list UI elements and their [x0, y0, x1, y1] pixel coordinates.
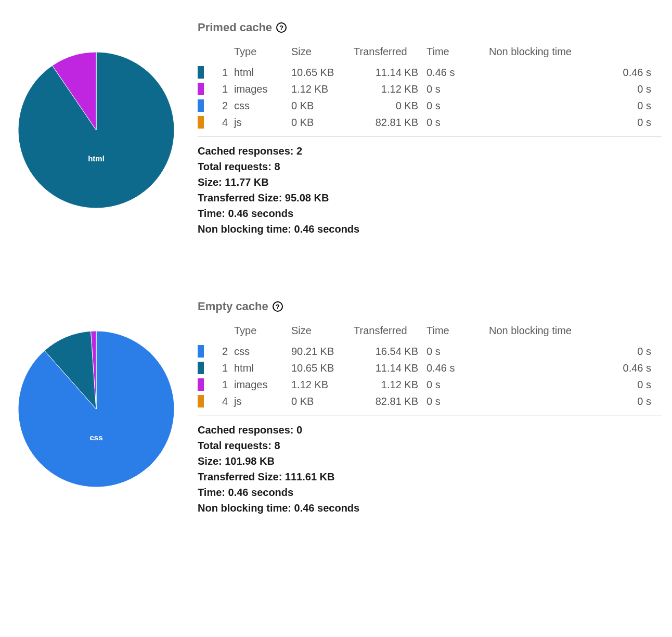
- summary-size: Size: 101.98 KB: [198, 454, 662, 468]
- color-swatch: [198, 66, 204, 79]
- section-title: Empty cache ?: [198, 300, 662, 313]
- row-count: 2: [209, 97, 230, 114]
- th-time: Time: [422, 323, 485, 343]
- row-transferred: 1.12 KB: [350, 376, 422, 393]
- row-size: 0 KB: [287, 393, 350, 415]
- row-nonblocking: 0.46 s: [485, 64, 662, 81]
- row-nonblocking: 0 s: [485, 343, 662, 360]
- row-size: 0 KB: [287, 114, 350, 136]
- color-swatch: [198, 99, 204, 112]
- row-size: 10.65 KB: [287, 360, 350, 376]
- row-time: 0 s: [422, 376, 485, 393]
- row-count: 1: [209, 376, 230, 393]
- th-type: Type: [230, 44, 287, 64]
- color-swatch: [198, 345, 204, 358]
- cache-section: css Empty cache ? Type Size Transferred …: [10, 300, 662, 516]
- summary-cached: Cached responses: 0: [198, 423, 662, 437]
- row-time: 0 s: [422, 343, 485, 360]
- row-size: 10.65 KB: [287, 64, 350, 81]
- summary-transferred: Transferred Size: 95.08 KB: [198, 190, 662, 205]
- row-transferred: 82.81 KB: [350, 114, 422, 136]
- row-size: 0 KB: [287, 97, 350, 114]
- section-title-text: Primed cache: [198, 21, 272, 34]
- help-icon[interactable]: ?: [273, 301, 283, 312]
- pie-container: html: [10, 21, 182, 213]
- color-swatch: [198, 395, 204, 407]
- svg-text:css: css: [89, 433, 102, 442]
- row-count: 1: [209, 64, 230, 81]
- row-time: 0 s: [422, 97, 485, 114]
- row-nonblocking: 0 s: [485, 376, 662, 393]
- color-swatch: [198, 116, 204, 129]
- row-nonblocking: 0 s: [485, 114, 662, 136]
- pie-chart: css: [13, 326, 179, 492]
- section-title-text: Empty cache: [198, 300, 268, 313]
- color-swatch: [198, 378, 204, 391]
- divider: [198, 136, 662, 136]
- row-nonblocking: 0 s: [485, 81, 662, 97]
- color-swatch: [198, 362, 204, 374]
- row-nonblocking: 0 s: [485, 393, 662, 415]
- row-time: 0 s: [422, 81, 485, 97]
- row-transferred: 16.54 KB: [350, 343, 422, 360]
- summary-total: Total requests: 8: [198, 438, 662, 453]
- pie-chart: html: [13, 47, 179, 213]
- table-row: 2 css 0 KB 0 KB 0 s 0 s: [198, 97, 662, 114]
- resource-table: Type Size Transferred Time Non blocking …: [198, 323, 662, 415]
- summary-nonblocking: Non blocking time: 0.46 seconds: [198, 222, 662, 236]
- th-nonblocking: Non blocking time: [485, 44, 662, 64]
- summary-total: Total requests: 8: [198, 159, 662, 174]
- row-type: css: [230, 343, 287, 360]
- cache-section: html Primed cache ? Type Size Transferre…: [10, 21, 662, 237]
- summary-cached: Cached responses: 2: [198, 144, 662, 158]
- summary-size: Size: 11.77 KB: [198, 175, 662, 189]
- summary-time: Time: 0.46 seconds: [198, 485, 662, 500]
- table-row: 1 images 1.12 KB 1.12 KB 0 s 0 s: [198, 376, 662, 393]
- row-transferred: 0 KB: [350, 97, 422, 114]
- row-type: js: [230, 114, 287, 136]
- row-transferred: 1.12 KB: [350, 81, 422, 97]
- th-size: Size: [287, 323, 350, 343]
- row-time: 0.46 s: [422, 64, 485, 81]
- row-transferred: 11.14 KB: [350, 360, 422, 376]
- row-type: images: [230, 376, 287, 393]
- th-type: Type: [230, 323, 287, 343]
- row-transferred: 11.14 KB: [350, 64, 422, 81]
- table-row: 2 css 90.21 KB 16.54 KB 0 s 0 s: [198, 343, 662, 360]
- row-count: 2: [209, 343, 230, 360]
- details-pane: Primed cache ? Type Size Transferred Tim…: [198, 21, 662, 237]
- summary-nonblocking: Non blocking time: 0.46 seconds: [198, 501, 662, 515]
- details-pane: Empty cache ? Type Size Transferred Time…: [198, 300, 662, 516]
- row-time: 0.46 s: [422, 360, 485, 376]
- table-row: 4 js 0 KB 82.81 KB 0 s 0 s: [198, 393, 662, 415]
- th-size: Size: [287, 44, 350, 64]
- row-transferred: 82.81 KB: [350, 393, 422, 415]
- row-type: css: [230, 97, 287, 114]
- row-type: js: [230, 393, 287, 415]
- table-row: 1 images 1.12 KB 1.12 KB 0 s 0 s: [198, 81, 662, 97]
- row-count: 4: [209, 393, 230, 415]
- row-size: 90.21 KB: [287, 343, 350, 360]
- svg-text:html: html: [88, 154, 105, 163]
- summary: Cached responses: 2 Total requests: 8 Si…: [198, 144, 662, 236]
- resource-table: Type Size Transferred Time Non blocking …: [198, 44, 662, 136]
- table-row: 4 js 0 KB 82.81 KB 0 s 0 s: [198, 114, 662, 136]
- row-type: html: [230, 64, 287, 81]
- row-count: 1: [209, 81, 230, 97]
- help-icon[interactable]: ?: [276, 22, 287, 33]
- divider: [198, 415, 662, 415]
- row-nonblocking: 0.46 s: [485, 360, 662, 376]
- row-time: 0 s: [422, 393, 485, 415]
- color-swatch: [198, 83, 204, 95]
- table-row: 1 html 10.65 KB 11.14 KB 0.46 s 0.46 s: [198, 64, 662, 81]
- row-size: 1.12 KB: [287, 376, 350, 393]
- th-time: Time: [422, 44, 485, 64]
- table-row: 1 html 10.65 KB 11.14 KB 0.46 s 0.46 s: [198, 360, 662, 376]
- summary-transferred: Transferred Size: 111.61 KB: [198, 469, 662, 484]
- th-transferred: Transferred: [350, 323, 422, 343]
- th-nonblocking: Non blocking time: [485, 323, 662, 343]
- row-time: 0 s: [422, 114, 485, 136]
- pie-container: css: [10, 300, 182, 492]
- row-type: html: [230, 360, 287, 376]
- row-type: images: [230, 81, 287, 97]
